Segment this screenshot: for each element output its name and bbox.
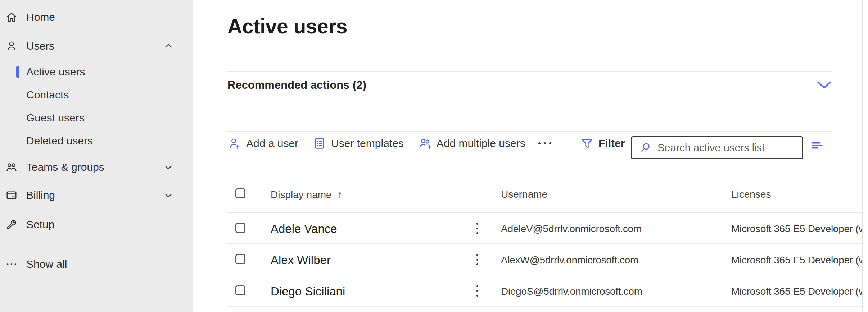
sidebar-item-deleted-users[interactable]: Deleted users bbox=[0, 129, 193, 152]
table-row[interactable]: Alex Wilber AlexW@5drrlv.onmicrosoft.com… bbox=[227, 244, 862, 275]
row-more-button[interactable] bbox=[469, 283, 485, 299]
more-horizontal-icon bbox=[5, 257, 18, 271]
sidebar-item-label: Home bbox=[26, 11, 55, 23]
people-add-icon bbox=[418, 137, 432, 150]
add-multiple-users-button[interactable]: Add multiple users bbox=[413, 133, 531, 154]
display-name-cell[interactable]: Adele Vance bbox=[271, 222, 337, 236]
sidebar-item-label: Contacts bbox=[26, 89, 69, 101]
row-checkbox[interactable] bbox=[235, 254, 245, 264]
scroll-boundary-line bbox=[862, 0, 863, 312]
sidebar: Home Users Active users Contacts Guest u… bbox=[0, 0, 193, 312]
person-add-icon bbox=[228, 137, 241, 150]
row-checkbox[interactable] bbox=[235, 285, 245, 295]
chevron-down-icon[interactable] bbox=[816, 80, 832, 91]
main-content: Active users Recommended actions (2) Add… bbox=[193, 0, 868, 312]
add-user-label: Add a user bbox=[246, 137, 298, 150]
licenses-cell: Microsoft 365 E5 Developer (withou bbox=[731, 286, 862, 297]
search-input[interactable] bbox=[657, 142, 799, 154]
recommended-actions-header[interactable]: Recommended actions (2) bbox=[227, 74, 832, 96]
chevron-down-icon[interactable] bbox=[163, 161, 174, 173]
sidebar-item-users[interactable]: Users bbox=[0, 35, 193, 58]
sidebar-item-label: Setup bbox=[26, 219, 54, 231]
user-templates-label: User templates bbox=[331, 137, 404, 150]
add-user-button[interactable]: Add a user bbox=[222, 133, 304, 154]
sidebar-item-billing[interactable]: Billing bbox=[0, 184, 193, 207]
more-horizontal-icon bbox=[538, 142, 541, 144]
sidebar-item-show-all[interactable]: Show all bbox=[0, 253, 193, 276]
sort-ascending-icon: ↑ bbox=[337, 189, 343, 201]
table-row[interactable]: Diego Siciliani DiegoS@5drrlv.onmicrosof… bbox=[227, 275, 862, 307]
chevron-down-icon[interactable] bbox=[163, 189, 174, 201]
filter-label: Filter bbox=[598, 137, 625, 150]
filter-lines-icon bbox=[809, 137, 825, 153]
sidebar-item-home[interactable]: Home bbox=[0, 6, 193, 29]
licenses-cell: Microsoft 365 E5 Developer (withou bbox=[731, 254, 862, 266]
sidebar-item-label: Show all bbox=[26, 258, 67, 270]
row-more-button[interactable] bbox=[469, 220, 485, 236]
add-multiple-users-label: Add multiple users bbox=[437, 137, 525, 150]
search-icon bbox=[639, 141, 652, 154]
table-header: Display name ↑ Username Licenses bbox=[227, 178, 862, 212]
template-list-icon bbox=[313, 137, 326, 150]
sidebar-item-guest-users[interactable]: Guest users bbox=[0, 106, 193, 129]
sidebar-item-label: Teams & groups bbox=[26, 161, 104, 173]
credit-card-icon bbox=[5, 188, 18, 202]
more-vertical-icon bbox=[476, 223, 478, 225]
licenses-cell: Microsoft 365 E5 Developer (withou bbox=[731, 223, 862, 235]
sidebar-divider bbox=[4, 246, 176, 246]
filter-lines-button[interactable] bbox=[808, 136, 826, 155]
username-cell: AlexW@5drrlv.onmicrosoft.com bbox=[501, 254, 638, 266]
page-title: Active users bbox=[227, 14, 347, 38]
section-divider bbox=[227, 71, 832, 72]
select-all-checkbox[interactable] bbox=[235, 188, 245, 198]
username-cell: DiegoS@5drrlv.onmicrosoft.com bbox=[501, 286, 642, 297]
home-icon bbox=[5, 10, 18, 24]
sidebar-item-label: Deleted users bbox=[26, 135, 93, 147]
row-checkbox[interactable] bbox=[235, 223, 245, 233]
column-header-username[interactable]: Username bbox=[501, 189, 547, 200]
chevron-up-icon[interactable] bbox=[163, 40, 174, 52]
wrench-icon bbox=[5, 218, 18, 231]
column-label: Display name bbox=[271, 189, 332, 201]
more-actions-button[interactable] bbox=[534, 133, 555, 154]
display-name-cell[interactable]: Alex Wilber bbox=[271, 253, 331, 267]
sidebar-item-teams-groups[interactable]: Teams & groups bbox=[0, 156, 193, 179]
row-more-button[interactable] bbox=[469, 252, 485, 267]
people-icon bbox=[5, 160, 18, 174]
person-icon bbox=[5, 39, 18, 53]
more-vertical-icon bbox=[476, 285, 478, 287]
column-header-display-name[interactable]: Display name ↑ bbox=[271, 189, 342, 201]
search-box bbox=[631, 136, 803, 159]
filter-funnel-icon bbox=[580, 137, 594, 150]
more-vertical-icon bbox=[476, 254, 478, 256]
user-templates-button[interactable]: User templates bbox=[307, 133, 409, 154]
command-bar: Add a user User templates bbox=[222, 132, 555, 155]
table-row[interactable]: Adele Vance AdeleV@5drrlv.onmicrosoft.co… bbox=[227, 213, 862, 244]
sidebar-item-setup[interactable]: Setup bbox=[0, 213, 193, 236]
sidebar-item-contacts[interactable]: Contacts bbox=[0, 83, 193, 106]
sidebar-item-label: Users bbox=[26, 40, 54, 52]
sidebar-item-active-users[interactable]: Active users bbox=[0, 60, 193, 83]
column-header-licenses[interactable]: Licenses bbox=[731, 189, 771, 200]
recommended-actions-label: Recommended actions (2) bbox=[227, 79, 366, 92]
sidebar-item-label: Billing bbox=[26, 189, 55, 201]
sidebar-item-label: Guest users bbox=[26, 112, 85, 124]
filter-button[interactable]: Filter bbox=[580, 132, 625, 155]
sidebar-item-label: Active users bbox=[26, 66, 85, 78]
display-name-cell[interactable]: Diego Siciliani bbox=[271, 285, 345, 298]
username-cell: AdeleV@5drrlv.onmicrosoft.com bbox=[501, 223, 642, 235]
